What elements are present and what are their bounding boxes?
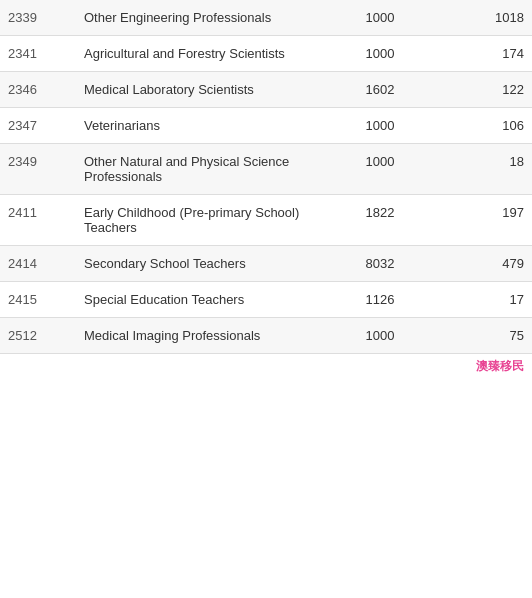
col3-cell: 1126 bbox=[326, 282, 435, 318]
code-cell: 2415 bbox=[0, 282, 76, 318]
col4-cell: 75 bbox=[434, 318, 532, 354]
col3-cell: 8032 bbox=[326, 246, 435, 282]
code-cell: 2346 bbox=[0, 72, 76, 108]
col3-cell: 1000 bbox=[326, 108, 435, 144]
table-row: 2415Special Education Teachers112617 bbox=[0, 282, 532, 318]
label-cell: Secondary School Teachers bbox=[76, 246, 326, 282]
label-cell: Early Childhood (Pre-primary School) Tea… bbox=[76, 195, 326, 246]
code-cell: 2414 bbox=[0, 246, 76, 282]
col3-cell: 1000 bbox=[326, 36, 435, 72]
code-cell: 2341 bbox=[0, 36, 76, 72]
col3-cell: 1000 bbox=[326, 0, 435, 36]
watermark-text: 澳臻移民 bbox=[0, 354, 532, 379]
col4-cell: 174 bbox=[434, 36, 532, 72]
col4-cell: 1018 bbox=[434, 0, 532, 36]
label-cell: Medical Imaging Professionals bbox=[76, 318, 326, 354]
col3-cell: 1822 bbox=[326, 195, 435, 246]
code-cell: 2339 bbox=[0, 0, 76, 36]
table-row: 2347Veterinarians1000106 bbox=[0, 108, 532, 144]
label-cell: Agricultural and Forestry Scientists bbox=[76, 36, 326, 72]
col4-cell: 18 bbox=[434, 144, 532, 195]
code-cell: 2349 bbox=[0, 144, 76, 195]
table-row: 2414Secondary School Teachers8032479 bbox=[0, 246, 532, 282]
code-cell: 2512 bbox=[0, 318, 76, 354]
col3-cell: 1000 bbox=[326, 318, 435, 354]
label-cell: Special Education Teachers bbox=[76, 282, 326, 318]
label-cell: Veterinarians bbox=[76, 108, 326, 144]
table-row: 2341Agricultural and Forestry Scientists… bbox=[0, 36, 532, 72]
code-cell: 2411 bbox=[0, 195, 76, 246]
table-row: 2512Medical Imaging Professionals100075 bbox=[0, 318, 532, 354]
table-row: 2346Medical Laboratory Scientists1602122 bbox=[0, 72, 532, 108]
data-table: 2339Other Engineering Professionals10001… bbox=[0, 0, 532, 354]
table-row: 2349Other Natural and Physical Science P… bbox=[0, 144, 532, 195]
table-row: 2411Early Childhood (Pre-primary School)… bbox=[0, 195, 532, 246]
col4-cell: 479 bbox=[434, 246, 532, 282]
label-cell: Other Natural and Physical Science Profe… bbox=[76, 144, 326, 195]
col4-cell: 106 bbox=[434, 108, 532, 144]
col3-cell: 1602 bbox=[326, 72, 435, 108]
code-cell: 2347 bbox=[0, 108, 76, 144]
col4-cell: 122 bbox=[434, 72, 532, 108]
col4-cell: 197 bbox=[434, 195, 532, 246]
table-row: 2339Other Engineering Professionals10001… bbox=[0, 0, 532, 36]
label-cell: Medical Laboratory Scientists bbox=[76, 72, 326, 108]
col3-cell: 1000 bbox=[326, 144, 435, 195]
col4-cell: 17 bbox=[434, 282, 532, 318]
label-cell: Other Engineering Professionals bbox=[76, 0, 326, 36]
